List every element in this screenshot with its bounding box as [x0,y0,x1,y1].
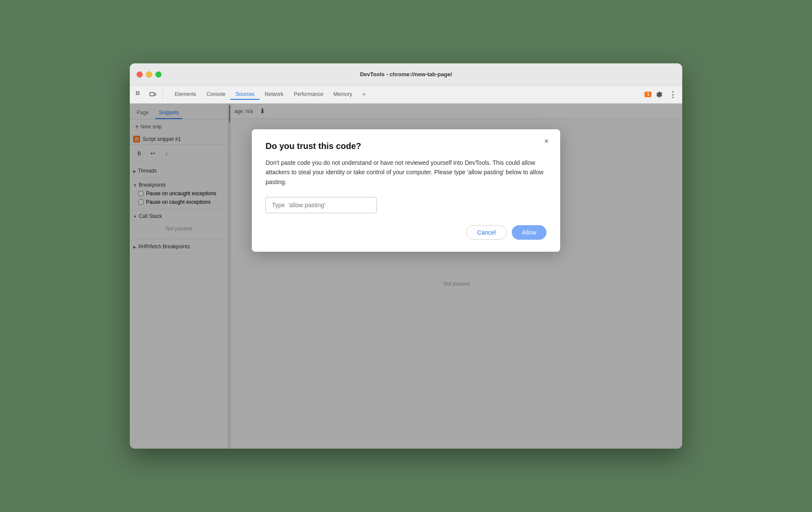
devtools-window: DevTools - chrome://new-tab-page/ Elemen… [130,63,682,449]
modal-body: Don't paste code you do not understand o… [266,158,546,187]
modal-actions: Cancel Allow [266,225,546,240]
toolbar-separator-1 [162,90,163,99]
settings-icon[interactable] [653,89,665,101]
tab-memory[interactable]: Memory [328,89,357,100]
notification-badge: 1 [645,92,651,97]
devtools-toolbar: Elements Console Sources Network Perform… [130,86,682,104]
tab-sources[interactable]: Sources [230,89,260,100]
modal-close-button[interactable]: × [541,136,552,146]
responsive-icon[interactable] [147,89,159,101]
titlebar: DevTools - chrome://new-tab-page/ [130,63,682,86]
close-icon: × [544,137,549,146]
tab-network[interactable]: Network [260,89,289,100]
more-options-icon[interactable]: ⋮ [667,89,679,101]
tab-elements[interactable]: Elements [170,89,201,100]
fullscreen-button[interactable] [155,71,161,77]
allow-pasting-input[interactable] [266,197,377,213]
tab-performance[interactable]: Performance [289,89,328,100]
toolbar-right: 1 ⋮ [645,89,679,101]
modal-overlay: × Do you trust this code? Don't paste co… [130,104,682,449]
close-button[interactable] [137,71,143,77]
minimize-button[interactable] [146,71,152,77]
devtools-tabs: Elements Console Sources Network Perform… [170,89,370,100]
cancel-button[interactable]: Cancel [466,225,507,240]
tab-console[interactable]: Console [201,89,230,100]
modal-title: Do you trust this code? [266,141,546,151]
window-title: DevTools - chrome://new-tab-page/ [360,71,452,77]
trust-code-modal: × Do you trust this code? Don't paste co… [252,129,560,252]
svg-rect-1 [137,92,139,94]
tab-more[interactable]: » [357,89,370,100]
svg-rect-2 [150,92,154,96]
inspector-icon[interactable] [133,89,145,101]
window-controls [137,71,161,77]
devtools-panels: Page Snippets + New snip [130,104,682,449]
allow-button[interactable]: Allow [512,225,546,240]
